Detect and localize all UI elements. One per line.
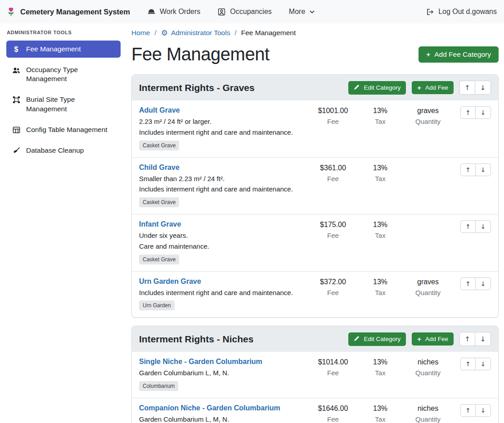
fee-move-down-button[interactable]: ↓ bbox=[476, 358, 491, 370]
fee-info: Urn Garden Grave Includes interment righ… bbox=[139, 277, 308, 311]
sidebar-item-database-cleanup[interactable]: Database Cleanup bbox=[6, 142, 121, 159]
fee-amount: $1001.00 bbox=[308, 107, 358, 115]
fee-move-up-button[interactable]: ↑ bbox=[460, 404, 476, 417]
fee-amount-column: $175.00 Fee bbox=[308, 220, 358, 239]
fee-description: 2.23 m² / 24 ft² or larger. bbox=[139, 117, 303, 127]
add-fee-button[interactable]: + Add Fee bbox=[412, 81, 454, 94]
fee-tax-column: 13% Tax bbox=[358, 277, 403, 296]
sidebar-item-label: Fee Management bbox=[26, 45, 81, 54]
fee-move-up-button[interactable]: ↑ bbox=[460, 277, 476, 290]
table-icon bbox=[12, 126, 21, 134]
navbar-left: Cemetery Management System Work Orders O… bbox=[5, 6, 315, 18]
fee-info: Adult Grave 2.23 m² / 24 ft² or larger. … bbox=[139, 106, 308, 150]
add-fee-label: Add Fee bbox=[425, 84, 448, 91]
fee-name-link[interactable]: Urn Garden Grave bbox=[139, 277, 201, 286]
brand-title: Cemetery Management System bbox=[20, 8, 130, 16]
fee-quantity-column: niches Quantity bbox=[403, 404, 453, 423]
nav-occupancies-label: Occupancies bbox=[230, 8, 272, 16]
fee-move-down-button[interactable]: ↓ bbox=[476, 164, 491, 176]
fee-description: Garden Columbarium L, M, N. bbox=[139, 368, 303, 378]
fee-move-down-button[interactable]: ↓ bbox=[476, 106, 491, 119]
fee-amount-label: Fee bbox=[308, 369, 358, 377]
fee-description: Includes interment right and care and ma… bbox=[139, 127, 303, 137]
breadcrumb-admin-tools[interactable]: ⚙ Administrator Tools bbox=[161, 29, 230, 37]
fee-quantity-column: graves Quantity bbox=[403, 277, 453, 296]
fee-category-card-niches: Interment Rights - Niches Edit Category … bbox=[131, 326, 499, 423]
fee-type-badge: Columbarium bbox=[139, 381, 178, 391]
sidebar-heading: ADMINISTRATOR TOOLS bbox=[7, 30, 121, 35]
category-move-up-button[interactable]: ↑ bbox=[459, 81, 475, 95]
brand-link[interactable]: Cemetery Management System bbox=[5, 6, 130, 18]
fee-amount-label: Fee bbox=[308, 232, 358, 239]
breadcrumb-admin-tools-label: Administrator Tools bbox=[171, 29, 230, 37]
fee-tax-column: 13% Tax bbox=[358, 164, 403, 182]
fee-amount: $175.00 bbox=[308, 221, 358, 229]
fee-description: Garden Columbarium L, M, N. bbox=[139, 414, 303, 423]
category-move-down-button[interactable]: ↓ bbox=[475, 332, 491, 346]
fee-tax: 13% bbox=[358, 405, 403, 413]
gear-icon: ⚙ bbox=[161, 29, 168, 37]
fee-tax-column: 13% Tax bbox=[358, 106, 403, 125]
pencil-icon bbox=[354, 84, 360, 91]
logout-link[interactable]: Log Out d.gowans bbox=[426, 8, 497, 16]
add-fee-category-button[interactable]: + Add Fee Category bbox=[418, 46, 499, 63]
fee-tax-label: Tax bbox=[358, 175, 403, 182]
sidebar-item-config-table[interactable]: Config Table Management bbox=[6, 121, 121, 138]
breadcrumb-current: Fee Management bbox=[241, 29, 296, 37]
fee-info: Single Niche - Garden Columbarium Garden… bbox=[139, 358, 308, 391]
fee-move-down-button[interactable]: ↓ bbox=[476, 404, 491, 417]
category-move-down-button[interactable]: ↓ bbox=[475, 81, 491, 95]
fee-move-down-button[interactable]: ↓ bbox=[476, 277, 491, 290]
fee-move-up-button[interactable]: ↑ bbox=[460, 106, 476, 119]
fee-name-link[interactable]: Child Grave bbox=[139, 164, 180, 172]
fee-move-up-button[interactable]: ↑ bbox=[460, 358, 476, 370]
nav-work-orders[interactable]: Work Orders bbox=[147, 8, 200, 16]
fee-quantity: graves bbox=[403, 107, 453, 115]
fee-category-card-graves: Interment Rights - Graves Edit Category … bbox=[131, 74, 499, 318]
breadcrumb-home[interactable]: Home bbox=[131, 29, 150, 37]
category-move-up-button[interactable]: ↑ bbox=[459, 332, 475, 346]
fee-name-link[interactable]: Companion Niche - Garden Columbarium bbox=[139, 404, 280, 412]
edit-category-button[interactable]: Edit Category bbox=[348, 81, 406, 95]
fee-amount-column: $1014.00 Fee bbox=[308, 358, 358, 377]
fee-name-link[interactable]: Adult Grave bbox=[139, 106, 180, 114]
edit-category-button[interactable]: Edit Category bbox=[348, 332, 406, 346]
fee-info: Child Grave Smaller than 2.23 m² / 24 ft… bbox=[139, 164, 308, 208]
fee-tax-column: 13% Tax bbox=[358, 358, 403, 377]
fee-tax-column: 13% Tax bbox=[358, 404, 403, 423]
top-navbar: Cemetery Management System Work Orders O… bbox=[0, 0, 504, 23]
fee-type-badge: Casket Grave bbox=[139, 197, 179, 207]
fee-name-link[interactable]: Single Niche - Garden Columbarium bbox=[139, 358, 262, 366]
nav-more[interactable]: More bbox=[289, 8, 315, 16]
title-row: Fee Management + Add Fee Category bbox=[131, 44, 499, 64]
fee-move-up-button[interactable]: ↑ bbox=[460, 220, 476, 233]
fee-description: Includes interment right and care and ma… bbox=[139, 184, 303, 194]
fee-amount-label: Fee bbox=[308, 118, 358, 125]
fee-description: Under six years. bbox=[139, 231, 303, 241]
edit-category-label: Edit Category bbox=[364, 84, 400, 91]
fee-move-down-button[interactable]: ↓ bbox=[476, 220, 491, 233]
fee-description: Care and maintenance. bbox=[139, 241, 303, 251]
fee-amount: $1014.00 bbox=[308, 358, 358, 366]
fee-move-up-button[interactable]: ↑ bbox=[460, 164, 476, 176]
sidebar-item-fee-management[interactable]: $ Fee Management bbox=[6, 41, 121, 58]
sidebar-item-burial-site-type[interactable]: Burial Site Type Management bbox=[6, 91, 121, 117]
category-reorder-group: ↑ ↓ bbox=[459, 81, 491, 95]
fee-row: Infant Grave Under six years. Care and m… bbox=[132, 214, 498, 271]
users-icon bbox=[12, 66, 21, 75]
fee-info: Companion Niche - Garden Columbarium Gar… bbox=[139, 404, 308, 423]
fee-quantity-column: niches Quantity bbox=[403, 358, 453, 377]
page-layout: ADMINISTRATOR TOOLS $ Fee Management Occ… bbox=[0, 23, 504, 423]
hard-hat-icon bbox=[147, 8, 156, 16]
plus-icon: + bbox=[417, 336, 421, 342]
fee-description: Includes interment right and care and ma… bbox=[139, 288, 303, 298]
sidebar-item-occupancy-type[interactable]: Occupancy Type Management bbox=[6, 61, 121, 87]
fee-name-link[interactable]: Infant Grave bbox=[139, 220, 181, 228]
fee-reorder-group: ↑ ↓ bbox=[460, 277, 491, 290]
add-fee-button[interactable]: + Add Fee bbox=[412, 332, 454, 346]
nav-occupancies[interactable]: Occupancies bbox=[217, 8, 272, 16]
fee-info: Infant Grave Under six years. Care and m… bbox=[139, 220, 308, 264]
fee-tax: 13% bbox=[358, 107, 403, 115]
fee-type-badge: Urn Garden bbox=[139, 300, 175, 310]
broom-icon bbox=[12, 146, 21, 155]
